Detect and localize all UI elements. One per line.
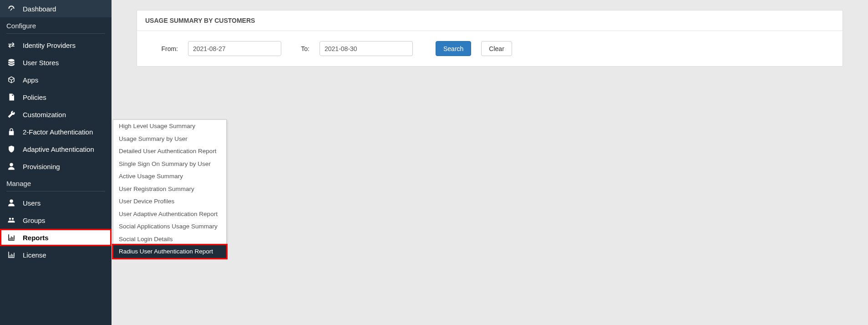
sidebar-item-license[interactable]: License	[0, 246, 112, 263]
sidebar-item-label: Apps	[23, 76, 38, 84]
database-icon	[6, 58, 16, 67]
to-label: To:	[291, 45, 310, 52]
lock-icon	[6, 128, 16, 136]
chart-icon	[6, 251, 16, 259]
submenu-item-high-level-usage[interactable]: High Level Usage Summary	[113, 120, 226, 133]
submenu-item-user-registration[interactable]: User Registration Summary	[113, 183, 226, 196]
wrench-icon	[6, 110, 16, 119]
sidebar-item-label: Dashboard	[23, 5, 56, 13]
sidebar-item-reports[interactable]: Reports	[0, 229, 112, 246]
to-date-input[interactable]	[320, 41, 413, 56]
reports-submenu: High Level Usage Summary Usage Summary b…	[113, 119, 227, 258]
submenu-item-detailed-user-auth[interactable]: Detailed User Authentication Report	[113, 145, 226, 158]
sidebar-section-label: Manage	[6, 180, 31, 187]
chart-icon	[6, 233, 16, 242]
sidebar-section-manage: Manage	[0, 175, 112, 194]
sidebar-section-configure: Configure	[0, 17, 112, 36]
submenu-item-radius-user-auth[interactable]: Radius User Authentication Report	[113, 245, 226, 258]
sidebar-item-groups[interactable]: Groups	[0, 212, 112, 229]
sidebar: Dashboard Configure Identity Providers U…	[0, 0, 112, 325]
sidebar-item-label: 2-Factor Authentication	[23, 128, 93, 136]
sidebar-item-label: User Stores	[23, 59, 59, 67]
sidebar-item-label: Reports	[23, 234, 49, 242]
usage-summary-panel: USAGE SUMMARY BY CUSTOMERS From: To: Sea…	[137, 10, 843, 67]
users-icon	[6, 216, 16, 224]
sidebar-item-label: Policies	[23, 93, 46, 101]
submenu-item-user-device-profiles[interactable]: User Device Profiles	[113, 195, 226, 208]
sidebar-item-provisioning[interactable]: Provisioning	[0, 158, 112, 175]
sidebar-item-label: Users	[23, 199, 41, 207]
from-date-input[interactable]	[188, 41, 281, 56]
submenu-item-active-usage[interactable]: Active Usage Summary	[113, 170, 226, 183]
cube-icon	[6, 76, 16, 84]
document-icon	[6, 93, 16, 101]
panel-title: USAGE SUMMARY BY CUSTOMERS	[137, 10, 843, 31]
submenu-item-usage-by-user[interactable]: Usage Summary by User	[113, 133, 226, 145]
dashboard-icon	[6, 5, 16, 13]
submenu-item-user-adaptive-auth[interactable]: User Adaptive Authentication Report	[113, 208, 226, 221]
from-label: From:	[146, 45, 178, 52]
clear-button[interactable]: Clear	[481, 41, 512, 56]
sidebar-item-user-stores[interactable]: User Stores	[0, 54, 112, 71]
sidebar-item-label: Customization	[23, 111, 66, 119]
sidebar-item-dashboard[interactable]: Dashboard	[0, 0, 112, 17]
sidebar-item-users[interactable]: Users	[0, 194, 112, 212]
sidebar-item-customization[interactable]: Customization	[0, 106, 112, 123]
search-button[interactable]: Search	[436, 41, 471, 56]
search-form: From: To: Search Clear	[137, 31, 843, 66]
sidebar-item-2fa[interactable]: 2-Factor Authentication	[0, 123, 112, 140]
sidebar-item-identity-providers[interactable]: Identity Providers	[0, 36, 112, 54]
submenu-item-social-login-details[interactable]: Social Login Details	[113, 233, 226, 246]
submenu-item-sso-summary[interactable]: Single Sign On Summary by User	[113, 158, 226, 170]
sidebar-item-label: Groups	[23, 217, 45, 224]
sidebar-item-label: Provisioning	[23, 163, 60, 170]
sidebar-item-policies[interactable]: Policies	[0, 88, 112, 106]
swap-icon	[6, 41, 16, 49]
user-icon	[6, 162, 16, 170]
sidebar-section-label: Configure	[6, 22, 36, 30]
shield-icon	[6, 145, 16, 153]
user-icon	[6, 199, 16, 207]
sidebar-item-label: Identity Providers	[23, 41, 76, 49]
sidebar-item-adaptive-auth[interactable]: Adaptive Authentication	[0, 140, 112, 158]
sidebar-item-apps[interactable]: Apps	[0, 71, 112, 88]
submenu-item-social-apps-usage[interactable]: Social Applications Usage Summary	[113, 220, 226, 233]
sidebar-item-label: License	[23, 251, 46, 259]
sidebar-item-label: Adaptive Authentication	[23, 145, 94, 153]
